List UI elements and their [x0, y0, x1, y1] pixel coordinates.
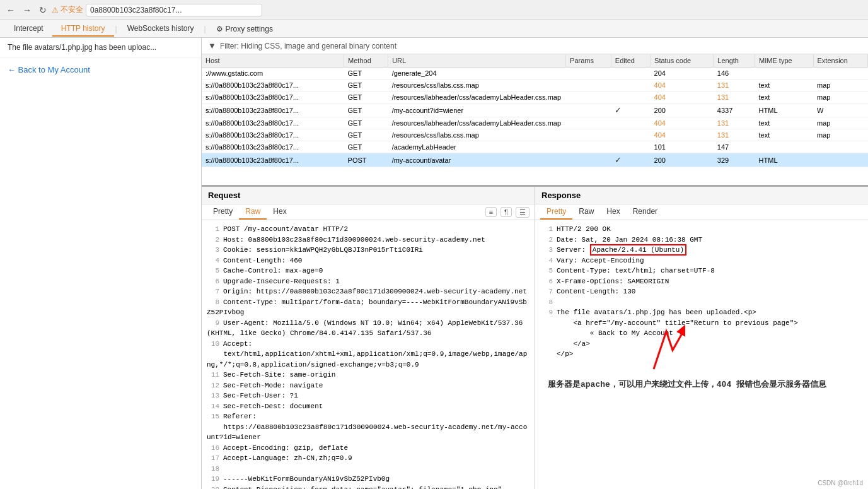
table-row[interactable]: s://0a8800b103c23a8f80c17...GET/resource…: [202, 129, 868, 141]
request-line: 19------WebKitFormBoundaryANi9vSbZ52PIvb…: [207, 474, 529, 485]
response-line: 6X-Frame-Options: SAMEORIGIN: [540, 276, 863, 287]
col-ext: Extension: [813, 54, 868, 68]
table-row[interactable]: ://www.gstatic.comGET/generate_204204146: [202, 68, 868, 80]
request-line: 16Accept-Encoding: gzip, deflate: [207, 443, 529, 454]
browser-toolbar: ← → ↻ ⚠ 不安全: [0, 0, 868, 20]
request-panel-tabs: Pretty Raw Hex ≡ ¶ ☰: [202, 204, 535, 220]
response-content[interactable]: 1HTTP/2 200 OK2Date: Sat, 20 Jan 2024 08…: [535, 220, 868, 489]
gear-icon: ⚙: [216, 25, 223, 33]
response-tab-pretty[interactable]: Pretty: [540, 204, 572, 220]
watermark: CSDN @0rch1d: [818, 480, 863, 486]
request-line: 12Sec-Fetch-Mode: navigate: [207, 380, 529, 391]
back-button[interactable]: ←: [4, 4, 18, 16]
response-line: 4Vary: Accept-Encoding: [540, 256, 863, 266]
response-line: « Back to My Account: [540, 328, 863, 339]
annotation-text: 服务器是apache，可以用户来绕过文件上传，404 报错也会显示服务器信息: [540, 372, 863, 398]
filter-text: Filter: Hiding CSS, image and general bi…: [220, 42, 396, 50]
request-line: 17Accept-Language: zh-CN,zh;q=0.9: [207, 453, 529, 464]
response-line: </p>: [540, 349, 863, 360]
upload-notice: The file avatars/1.php.jpg has been uplo…: [0, 38, 201, 57]
request-menu-btn[interactable]: ☰: [516, 207, 529, 218]
response-panel-tabs: Pretty Raw Hex Render: [535, 204, 868, 220]
request-line: 9User-Agent: Mozilla/5.0 (Windows NT 10.…: [207, 318, 529, 339]
request-line: 5Cache-Control: max-age=0: [207, 266, 529, 276]
request-line: 18: [207, 464, 529, 474]
request-tab-actions: ≡ ¶ ☰: [485, 207, 529, 218]
table-row[interactable]: s://0a8800b103c23a8f80c17...GET/my-accou…: [202, 103, 868, 117]
forward-button[interactable]: →: [20, 4, 34, 16]
request-panel: Request Pretty Raw Hex ≡ ¶ ☰ 1POST /my-a…: [202, 187, 535, 489]
request-tab-pretty[interactable]: Pretty: [207, 204, 239, 220]
table-row[interactable]: s://0a8800b103c23a8f80c17...GET/resource…: [202, 80, 868, 91]
response-tab-render[interactable]: Render: [627, 204, 664, 220]
response-panel: Response Pretty Raw Hex Render 1HTTP/2 2…: [535, 187, 868, 489]
request-panel-title: Request: [202, 187, 535, 204]
response-line: 2Date: Sat, 20 Jan 2024 08:16:38 GMT: [540, 235, 863, 245]
col-status: Status code: [651, 54, 714, 68]
tab-http-history[interactable]: HTTP history: [52, 21, 114, 37]
request-line: 11Sec-Fetch-Site: same-origin: [207, 370, 529, 380]
address-bar[interactable]: [86, 4, 262, 16]
refresh-button[interactable]: ↻: [37, 4, 49, 16]
tab-proxy-settings[interactable]: ⚙ Proxy settings: [207, 22, 282, 36]
table-row[interactable]: s://0a8800b103c23a8f80c17...GET/resource…: [202, 91, 868, 103]
request-wrap-btn[interactable]: ≡: [485, 207, 497, 217]
http-history-table: Host Method URL Params Edited Status cod…: [202, 54, 868, 167]
burp-tabs-row: Intercept HTTP history | WebSockets hist…: [0, 20, 868, 38]
request-tab-hex[interactable]: Hex: [267, 204, 292, 220]
response-line: 1HTTP/2 200 OK: [540, 224, 863, 235]
col-mime: MIME type: [755, 54, 813, 68]
col-url: URL: [388, 54, 566, 68]
tab-websockets-history[interactable]: WebSockets history: [119, 21, 203, 37]
table-header-row: Host Method URL Params Edited Status cod…: [202, 54, 868, 68]
col-edited: Edited: [611, 54, 650, 68]
col-method: Method: [344, 54, 388, 68]
col-host: Host: [202, 54, 344, 68]
filter-bar[interactable]: ▼ Filter: Hiding CSS, image and general …: [202, 38, 868, 54]
request-line: 8Content-Type: multipart/form-data; boun…: [207, 297, 529, 318]
request-content[interactable]: 1POST /my-account/avatar HTTP/22Host: 0a…: [202, 220, 535, 489]
response-line: 7Content-Length: 130: [540, 286, 863, 297]
security-label: 不安全: [61, 4, 83, 15]
request-line: 4Content-Length: 460: [207, 256, 529, 266]
request-line: 20Content-Disposition: form-data; name="…: [207, 485, 529, 490]
request-line: 1POST /my-account/avatar HTTP/2: [207, 224, 529, 235]
main-layout: The file avatars/1.php.jpg has been uplo…: [0, 38, 868, 489]
response-panel-title: Response: [535, 187, 868, 204]
table-row[interactable]: s://0a8800b103c23a8f80c17...GET/resource…: [202, 117, 868, 129]
bottom-panels: Request Pretty Raw Hex ≡ ¶ ☰ 1POST /my-a…: [202, 187, 868, 489]
red-arrow-icon: [635, 325, 685, 375]
tab-intercept[interactable]: Intercept: [5, 21, 52, 37]
annotation-content: 服务器是apache，可以用户来绕过文件上传，404 报错也会显示服务器信息: [548, 379, 855, 392]
response-line: 5Content-Type: text/html; charset=UTF-8: [540, 266, 863, 276]
response-tab-hex[interactable]: Hex: [600, 204, 626, 220]
response-line: </a>: [540, 339, 863, 350]
request-line: 10Accept: text/html,application/xhtml+xm…: [207, 339, 529, 370]
request-newline-btn[interactable]: ¶: [501, 207, 512, 217]
highlighted-server-header: Server: Apache/2.4.41 (Ubuntu): [557, 244, 686, 256]
filter-icon: ▼: [208, 41, 216, 50]
response-line: 9The file avatars/1.php.jpg has been upl…: [540, 307, 863, 318]
warning-icon: ⚠: [52, 6, 59, 15]
col-params: Params: [566, 54, 611, 68]
back-to-account-link[interactable]: ← Back to My Account: [0, 57, 201, 82]
server-value-highlight: Apache/2.4.41 (Ubuntu): [590, 244, 686, 256]
burp-right-panel: ▼ Filter: Hiding CSS, image and general …: [202, 38, 868, 489]
http-history-table-container[interactable]: Host Method URL Params Edited Status cod…: [202, 54, 868, 187]
request-line: 15Referer: https://0a8800b103c23a8f80c17…: [207, 411, 529, 443]
request-tab-raw[interactable]: Raw: [239, 204, 267, 220]
security-badge: ⚠ 不安全: [52, 4, 83, 15]
request-line: 14Sec-Fetch-Dest: document: [207, 401, 529, 412]
table-row[interactable]: s://0a8800b103c23a8f80c17...POST/my-acco…: [202, 153, 868, 167]
response-tab-raw[interactable]: Raw: [572, 204, 600, 220]
response-line: 3Server: Apache/2.4.41 (Ubuntu): [540, 245, 863, 256]
http-table-body: ://www.gstatic.comGET/generate_204204146…: [202, 68, 868, 167]
request-line: 13Sec-Fetch-User: ?1: [207, 391, 529, 401]
request-line: 2Host: 0a8800b103c23a8f80c171d300900024.…: [207, 235, 529, 245]
request-line: 3Cookie: session=kk1aWPQH2yGbLQBJI3nP015…: [207, 245, 529, 256]
response-line: <a href="/my-account" title="Return to p…: [540, 318, 863, 329]
col-length: Length: [714, 54, 755, 68]
table-row[interactable]: s://0a8800b103c23a8f80c17...GET/academyL…: [202, 141, 868, 153]
response-line: 8: [540, 297, 863, 308]
browser-content-panel: The file avatars/1.php.jpg has been uplo…: [0, 38, 202, 489]
